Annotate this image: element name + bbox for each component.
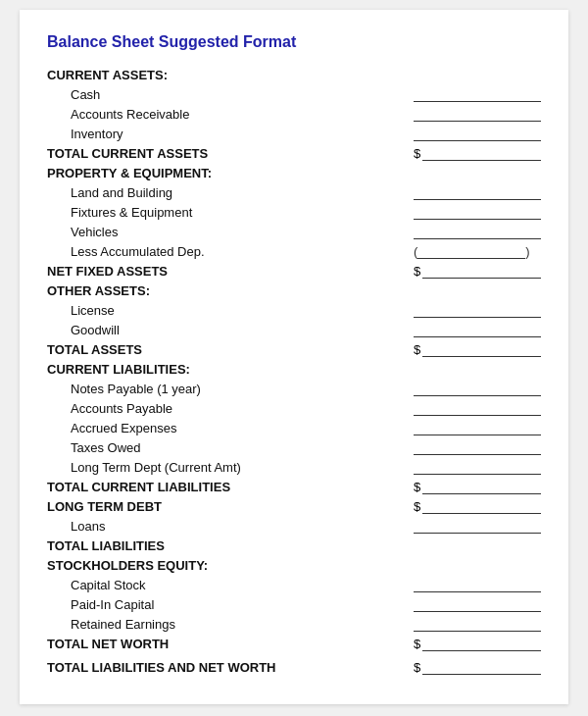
current-liabilities-label: CURRENT LIABILITIES: [47, 362, 541, 377]
current-liabilities-header: CURRENT LIABILITIES: [47, 359, 541, 377]
accounts-receivable-label: Accounts Receivable [47, 107, 414, 122]
cash-field[interactable] [414, 88, 541, 102]
total-assets-label: TOTAL ASSETS [47, 342, 414, 357]
total-current-assets-field: $ [414, 147, 541, 161]
cash-row: Cash [47, 84, 541, 102]
total-current-liabilities-line[interactable] [422, 481, 541, 494]
total-current-liabilities-label: TOTAL CURRENT LIABILITIES [47, 480, 414, 494]
total-current-liabilities-field: $ [414, 481, 541, 494]
taxes-owed-field[interactable] [414, 441, 541, 455]
accrued-expenses-field[interactable] [414, 422, 541, 435]
inventory-row: Inventory [47, 124, 541, 141]
loans-label: Loans [47, 519, 414, 534]
current-assets-header: CURRENT ASSETS: [47, 65, 541, 82]
total-liabilities-row: TOTAL LIABILITIES [47, 536, 541, 553]
accrued-expenses-row: Accrued Expenses [47, 418, 541, 435]
fixtures-equipment-row: Fixtures & Equipment [47, 202, 541, 220]
taxes-owed-row: Taxes Owed [47, 437, 541, 455]
vehicles-row: Vehicles [47, 222, 541, 239]
total-liabilities-net-worth-label: TOTAL LIABILITIES AND NET WORTH [47, 660, 414, 675]
total-liabilities-net-worth-line[interactable] [422, 661, 541, 675]
net-fixed-assets-line[interactable] [422, 265, 541, 279]
total-net-worth-line[interactable] [422, 638, 541, 651]
license-field[interactable] [414, 304, 541, 318]
notes-payable-label: Notes Payable (1 year) [47, 382, 414, 396]
retained-earnings-row: Retained Earnings [47, 614, 541, 632]
fixtures-equipment-field[interactable] [414, 206, 541, 220]
vehicles-field[interactable] [414, 226, 541, 239]
property-equipment-header: PROPERTY & EQUIPMENT: [47, 163, 541, 180]
total-assets-row: TOTAL ASSETS $ [47, 339, 541, 357]
long-term-dept-label: Long Term Dept (Current Amt) [47, 460, 414, 475]
fixtures-equipment-label: Fixtures & Equipment [47, 205, 414, 220]
stockholders-equity-header: STOCKHOLDERS EQUITY: [47, 555, 541, 573]
license-row: License [47, 300, 541, 318]
long-term-dept-row: Long Term Dept (Current Amt) [47, 457, 541, 475]
paid-in-capital-label: Paid-In Capital [47, 597, 414, 612]
long-term-debt-label: LONG TERM DEBT [47, 499, 414, 514]
accumulated-dep-row: Less Accumulated Dep. ( ) [47, 241, 541, 259]
total-current-assets-label: TOTAL CURRENT ASSETS [47, 146, 414, 161]
long-term-dept-field[interactable] [414, 461, 541, 475]
total-net-worth-row: TOTAL NET WORTH $ [47, 634, 541, 651]
loans-row: Loans [47, 516, 541, 534]
balance-sheet-page: Balance Sheet Suggested Format CURRENT A… [20, 10, 568, 704]
accounts-payable-row: Accounts Payable [47, 398, 541, 416]
total-current-assets-line[interactable] [422, 147, 541, 161]
accumulated-dep-label: Less Accumulated Dep. [47, 244, 414, 259]
notes-payable-row: Notes Payable (1 year) [47, 379, 541, 396]
paid-in-capital-row: Paid-In Capital [47, 594, 541, 612]
accounts-receivable-row: Accounts Receivable [47, 104, 541, 122]
capital-stock-field[interactable] [414, 579, 541, 592]
dollar-sign-7: $ [414, 661, 420, 675]
capital-stock-label: Capital Stock [47, 578, 414, 592]
loans-field[interactable] [414, 520, 541, 534]
total-assets-line[interactable] [422, 343, 541, 357]
dollar-sign-4: $ [414, 481, 420, 494]
retained-earnings-label: Retained Earnings [47, 617, 414, 632]
other-assets-header: OTHER ASSETS: [47, 281, 541, 298]
accrued-expenses-label: Accrued Expenses [47, 421, 414, 435]
inventory-label: Inventory [47, 127, 414, 141]
dollar-sign-3: $ [414, 343, 420, 357]
inventory-field[interactable] [414, 128, 541, 141]
paren-right: ) [525, 245, 529, 259]
accounts-receivable-field[interactable] [414, 108, 541, 122]
dollar-sign-2: $ [414, 265, 420, 279]
dollar-sign-1: $ [414, 147, 420, 161]
net-fixed-assets-row: NET FIXED ASSETS $ [47, 261, 541, 279]
long-term-debt-line[interactable] [422, 500, 541, 514]
capital-stock-row: Capital Stock [47, 575, 541, 592]
cash-label: Cash [47, 87, 414, 102]
other-assets-label: OTHER ASSETS: [47, 283, 541, 298]
total-current-liabilities-row: TOTAL CURRENT LIABILITIES $ [47, 477, 541, 494]
taxes-owed-label: Taxes Owed [47, 440, 414, 455]
land-building-field[interactable] [414, 186, 541, 200]
total-net-worth-field: $ [414, 638, 541, 651]
dollar-sign-5: $ [414, 500, 420, 514]
land-building-label: Land and Building [47, 185, 414, 200]
total-liabilities-net-worth-field: $ [414, 661, 541, 675]
total-net-worth-label: TOTAL NET WORTH [47, 637, 414, 651]
goodwill-label: Goodwill [47, 323, 414, 337]
dollar-sign-6: $ [414, 638, 420, 651]
notes-payable-field[interactable] [414, 383, 541, 396]
total-assets-field: $ [414, 343, 541, 357]
retained-earnings-field[interactable] [414, 618, 541, 632]
property-equipment-label: PROPERTY & EQUIPMENT: [47, 166, 541, 180]
total-current-assets-row: TOTAL CURRENT ASSETS $ [47, 143, 541, 161]
land-building-row: Land and Building [47, 182, 541, 200]
accumulated-dep-field[interactable]: ( ) [414, 245, 541, 259]
page-title: Balance Sheet Suggested Format [47, 33, 541, 51]
net-fixed-assets-label: NET FIXED ASSETS [47, 264, 414, 279]
goodwill-row: Goodwill [47, 320, 541, 337]
goodwill-field[interactable] [414, 324, 541, 337]
long-term-debt-field: $ [414, 500, 541, 514]
paren-inner-line[interactable] [417, 245, 525, 259]
net-fixed-assets-field: $ [414, 265, 541, 279]
vehicles-label: Vehicles [47, 225, 414, 239]
paid-in-capital-field[interactable] [414, 598, 541, 612]
total-liabilities-label: TOTAL LIABILITIES [47, 538, 414, 553]
accounts-payable-field[interactable] [414, 402, 541, 416]
stockholders-equity-label: STOCKHOLDERS EQUITY: [47, 558, 541, 573]
